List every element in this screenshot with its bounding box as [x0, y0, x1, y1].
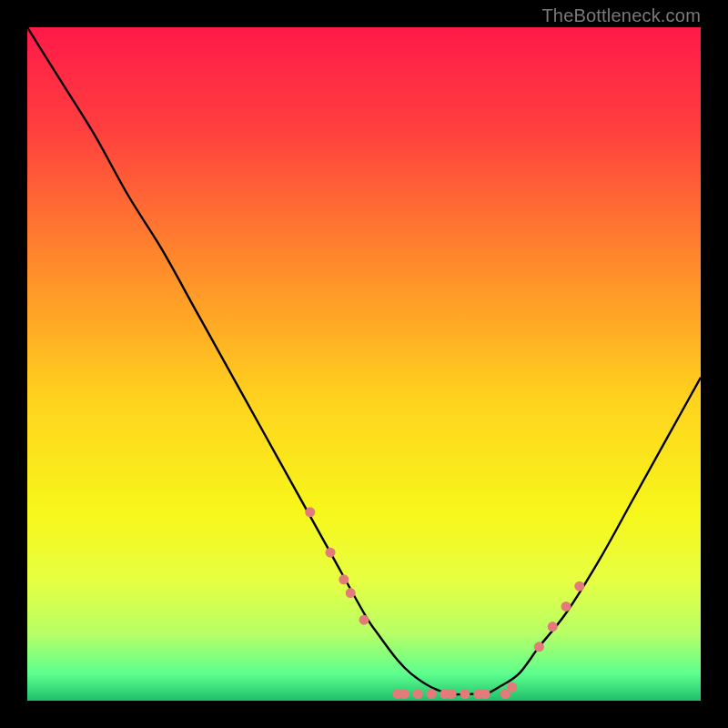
data-dot [413, 689, 423, 699]
data-dot [548, 622, 558, 632]
data-dot [346, 588, 356, 598]
data-dot [561, 602, 571, 612]
data-dot [480, 689, 490, 699]
data-dot [399, 689, 410, 699]
data-dot [460, 689, 470, 699]
data-dot [326, 548, 336, 558]
watermark-text: TheBottleneck.com [541, 5, 701, 26]
data-dot [507, 682, 517, 693]
data-dot [574, 581, 584, 592]
data-dot [359, 615, 369, 625]
data-dot [339, 574, 349, 584]
data-dot [305, 507, 315, 517]
data-dot [534, 642, 544, 652]
plot-area [27, 27, 701, 701]
data-dot [447, 689, 457, 699]
data-dots [305, 507, 584, 699]
bottleneck-curve [27, 27, 701, 694]
curve-layer [27, 27, 701, 701]
data-dot [427, 689, 437, 699]
